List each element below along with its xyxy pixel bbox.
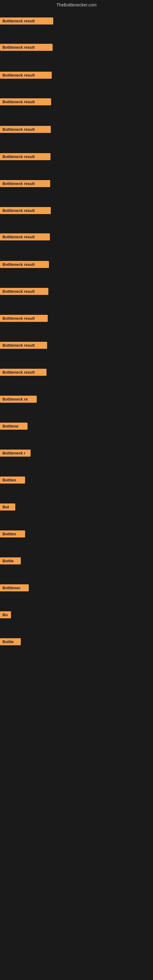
bottleneck-result-4: Bottleneck result [0, 98, 51, 105]
bottleneck-result-20: Bottlen [0, 530, 25, 538]
bottleneck-result-22: Bottlenec [0, 584, 29, 591]
site-title: TheBottlenecker.com [56, 2, 97, 7]
bottleneck-result-17: Bottleneck r [0, 450, 30, 457]
bottleneck-result-13: Bottleneck result [0, 342, 47, 349]
bottleneck-result-10: Bottleneck result [0, 261, 49, 268]
bottleneck-result-8: Bottleneck result [0, 207, 51, 214]
bottleneck-result-18: Bottlen [0, 477, 25, 484]
bottleneck-result-19: Bot [0, 503, 15, 511]
bottleneck-result-23: Bo [0, 611, 11, 618]
bottleneck-result-16: Bottlene [0, 423, 27, 430]
bottleneck-result-12: Bottleneck result [0, 315, 48, 322]
site-header: TheBottlenecker.com [0, 0, 153, 11]
bottleneck-result-3: Bottleneck result [0, 72, 52, 79]
bottleneck-result-21: Bottle [0, 557, 21, 565]
bottleneck-result-7: Bottleneck result [0, 180, 50, 187]
bottleneck-result-24: Bottle [0, 638, 21, 645]
bottleneck-result-5: Bottleneck result [0, 126, 51, 133]
bottleneck-result-2: Bottleneck result [0, 44, 53, 51]
bottleneck-result-11: Bottleneck result [0, 288, 48, 295]
bottleneck-result-14: Bottleneck result [0, 369, 46, 376]
bottleneck-result-6: Bottleneck result [0, 153, 51, 160]
bottleneck-result-9: Bottleneck result [0, 233, 50, 240]
bottleneck-result-1: Bottleneck result [0, 18, 53, 24]
bottleneck-result-15: Bottleneck re [0, 396, 37, 403]
